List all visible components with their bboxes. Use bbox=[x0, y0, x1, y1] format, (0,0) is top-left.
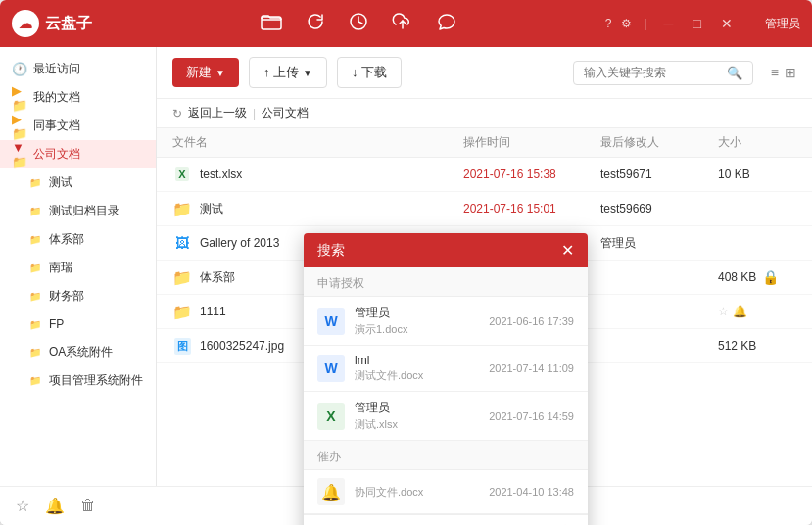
sidebar-item-test[interactable]: 📁 测试 bbox=[0, 168, 156, 197]
sidebar: 🕐 最近访问 ▶ 📁 我的文档 ▶ 📁 同事文档 ▼ 📁 公司文档 📁 测试 📁 bbox=[0, 47, 157, 525]
table-row[interactable]: X test.xlsx 2021-07-16 15:38 test59671 1… bbox=[157, 158, 812, 192]
popup-header: 搜索 ✕ bbox=[304, 233, 588, 267]
popup-item-user: lml bbox=[355, 354, 479, 367]
folder-finance-icon: 📁 bbox=[27, 289, 43, 305]
search-icon[interactable]: 🔍 bbox=[727, 66, 742, 80]
question-icon[interactable]: ? bbox=[605, 17, 612, 30]
folder-project-icon: 📁 bbox=[27, 373, 43, 389]
nav-folder-icon[interactable] bbox=[261, 13, 282, 35]
popup-item-user: 管理员 bbox=[355, 400, 479, 416]
word-icon: W bbox=[317, 308, 345, 335]
search-input[interactable] bbox=[584, 66, 721, 79]
popup-item-info: 管理员 测试.xlsx bbox=[355, 400, 479, 432]
search-box[interactable]: 🔍 bbox=[573, 61, 753, 85]
title-bar-right: ? ⚙ | ─ □ ✕ 管理员 bbox=[605, 14, 800, 33]
folder-file-icon: 📁 bbox=[172, 267, 192, 287]
popup-item[interactable]: 🔔 协同文件.docx 2021-04-10 13:48 bbox=[304, 470, 588, 514]
app-logo: ☁ 云盘子 bbox=[12, 10, 92, 37]
sidebar-label-fp: FP bbox=[49, 317, 144, 331]
minimize-button[interactable]: ─ bbox=[659, 14, 679, 33]
sidebar-label-sports: 体系部 bbox=[49, 231, 144, 248]
maximize-button[interactable]: □ bbox=[689, 14, 706, 33]
popup-item-filename: 演示1.docx bbox=[355, 322, 479, 337]
sidebar-item-project[interactable]: 📁 项目管理系统附件 bbox=[0, 366, 156, 395]
folder-archive-icon: 📁 bbox=[27, 204, 43, 219]
table-row[interactable]: 📁 测试 2021-07-16 15:01 test59669 bbox=[157, 192, 812, 226]
folder-my-icon: ▶ 📁 bbox=[12, 90, 27, 106]
new-button[interactable]: 新建 ▼ bbox=[172, 58, 239, 87]
bell-remind-icon: 🔔 bbox=[317, 478, 345, 505]
lock-icon: 🔒 bbox=[762, 269, 779, 285]
excel-file-icon: X bbox=[172, 165, 192, 184]
upload-button[interactable]: ↑ 上传 ▼ bbox=[249, 57, 327, 88]
nav-chat-icon[interactable] bbox=[437, 12, 456, 36]
image-folder-icon: 🖼 bbox=[172, 233, 192, 253]
sidebar-item-colleague-docs[interactable]: ▶ 📁 同事文档 bbox=[0, 112, 156, 140]
popup-item-info: 协同文件.docx bbox=[355, 484, 479, 500]
sidebar-label-test: 测试 bbox=[49, 174, 144, 191]
sidebar-bell-icon[interactable]: 🔔 bbox=[45, 497, 65, 515]
file-size: ☆ 🔔 bbox=[718, 305, 796, 318]
new-dropdown-arrow: ▼ bbox=[215, 68, 225, 78]
folder-colleague-icon: ▶ 📁 bbox=[12, 119, 27, 134]
sidebar-item-recent[interactable]: 🕐 最近访问 bbox=[0, 55, 156, 83]
svg-rect-0 bbox=[262, 17, 281, 29]
file-name: 1111 bbox=[200, 305, 226, 318]
col-optime: 操作时间 bbox=[463, 134, 600, 151]
popup-item-time: 2021-06-16 17:39 bbox=[489, 315, 574, 327]
file-name: test.xlsx bbox=[200, 167, 242, 181]
modifier: 管理员 bbox=[600, 235, 718, 252]
popup-footer: 设置 忽略全部 bbox=[304, 514, 588, 525]
sidebar-item-my-docs[interactable]: ▶ 📁 我的文档 bbox=[0, 83, 156, 112]
op-time: 2021-07-16 15:01 bbox=[463, 202, 600, 215]
popup-item[interactable]: X 管理员 测试.xlsx 2021-07-16 14:59 bbox=[304, 392, 588, 441]
settings-icon[interactable]: ⚙ bbox=[621, 17, 632, 30]
star-icon: ☆ bbox=[718, 305, 729, 318]
sidebar-item-fp[interactable]: 📁 FP bbox=[0, 310, 156, 338]
back-button[interactable]: 返回上一级 bbox=[188, 105, 247, 121]
folder-test-icon: 📁 bbox=[27, 175, 43, 191]
nav-sync-icon[interactable] bbox=[306, 12, 325, 36]
popup-close-button[interactable]: ✕ bbox=[561, 241, 574, 260]
popup-item-info: lml 测试文件.docx bbox=[355, 354, 479, 383]
sidebar-item-sports[interactable]: 📁 体系部 bbox=[0, 225, 156, 254]
popup-item-info: 管理员 演示1.docx bbox=[355, 305, 479, 337]
list-view-button[interactable]: ≡ bbox=[771, 65, 779, 80]
sidebar-trash-icon[interactable]: 🗑 bbox=[80, 497, 96, 515]
folder-company-icon: ▼ 📁 bbox=[12, 147, 27, 163]
sidebar-label-colleague-docs: 同事文档 bbox=[33, 118, 144, 134]
view-buttons: ≡ ⊞ bbox=[771, 65, 796, 80]
sidebar-label-my-docs: 我的文档 bbox=[33, 89, 144, 106]
app-name: 云盘子 bbox=[45, 14, 92, 34]
nav-cloud-upload-icon[interactable] bbox=[392, 13, 413, 35]
popup-item-filename: 协同文件.docx bbox=[355, 485, 479, 500]
refresh-icon[interactable]: ↻ bbox=[172, 107, 182, 120]
file-name-cell: X test.xlsx bbox=[172, 165, 463, 184]
sidebar-item-oa[interactable]: 📁 OA系统附件 bbox=[0, 338, 156, 366]
popup-item[interactable]: W lml 测试文件.docx 2021-07-14 11:09 bbox=[304, 346, 588, 392]
file-size: 10 KB bbox=[718, 167, 796, 181]
sidebar-label-project: 项目管理系统附件 bbox=[49, 372, 144, 389]
download-button[interactable]: ↓ 下载 bbox=[337, 57, 402, 88]
file-size: 408 KB 🔒 bbox=[718, 269, 796, 285]
sidebar-star-icon[interactable]: ☆ bbox=[16, 497, 29, 515]
folder-fp-icon: 📁 bbox=[27, 316, 43, 332]
upload-dropdown-arrow: ▼ bbox=[303, 68, 312, 78]
popup-item-filename: 测试.xlsx bbox=[355, 417, 479, 432]
sidebar-item-test-archive[interactable]: 📁 测试归档目录 bbox=[0, 197, 156, 225]
modifier: test59671 bbox=[600, 167, 718, 181]
folder-nanrui-icon: 📁 bbox=[27, 261, 43, 276]
popup-section-remind: 催办 bbox=[304, 441, 588, 470]
sidebar-item-nanrui[interactable]: 📁 南瑞 bbox=[0, 254, 156, 282]
close-button[interactable]: ✕ bbox=[716, 14, 738, 33]
image-file-icon: 图 bbox=[172, 336, 192, 356]
title-bar: ☁ 云盘子 ? ⚙ | ─ □ bbox=[0, 0, 812, 47]
sidebar-label-company-docs: 公司文档 bbox=[33, 146, 144, 163]
grid-view-button[interactable]: ⊞ bbox=[785, 65, 796, 80]
popup-item[interactable]: W 管理员 演示1.docx 2021-06-16 17:39 bbox=[304, 297, 588, 346]
file-name: 体系部 bbox=[200, 269, 235, 286]
excel-icon: X bbox=[317, 403, 345, 430]
sidebar-item-company-docs[interactable]: ▼ 📁 公司文档 bbox=[0, 140, 156, 168]
nav-history-icon[interactable] bbox=[349, 12, 368, 36]
sidebar-item-finance[interactable]: 📁 财务部 bbox=[0, 282, 156, 310]
